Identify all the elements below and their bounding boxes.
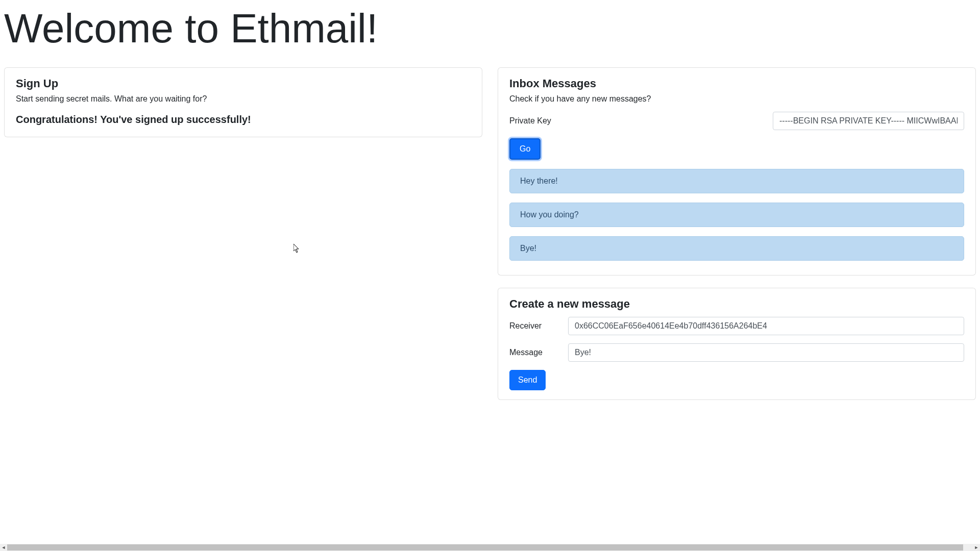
inbox-subtitle: Check if you have any new messages? <box>509 94 964 104</box>
list-item[interactable]: Hey there! <box>509 169 964 193</box>
compose-title: Create a new message <box>509 297 964 311</box>
right-column: Inbox Messages Check if you have any new… <box>498 67 976 412</box>
go-button[interactable]: Go <box>509 138 541 160</box>
signup-card: Sign Up Start sending secret mails. What… <box>4 67 482 137</box>
receiver-label: Receiver <box>509 321 568 331</box>
receiver-input[interactable] <box>568 317 964 335</box>
inbox-card: Inbox Messages Check if you have any new… <box>498 67 976 276</box>
message-label: Message <box>509 348 568 357</box>
compose-card: Create a new message Receiver Message Se… <box>498 288 976 400</box>
send-button[interactable]: Send <box>509 370 546 390</box>
message-input[interactable] <box>568 343 964 362</box>
receiver-row: Receiver <box>509 317 964 335</box>
private-key-row: Private Key <box>509 112 964 130</box>
signup-title: Sign Up <box>16 77 471 90</box>
left-column: Sign Up Start sending secret mails. What… <box>4 67 482 412</box>
private-key-label: Private Key <box>509 116 568 126</box>
private-key-input[interactable] <box>773 112 964 130</box>
list-item[interactable]: How you doing? <box>509 203 964 227</box>
signup-success-message: Congratulations! You've signed up succes… <box>16 114 471 126</box>
inbox-title: Inbox Messages <box>509 77 964 90</box>
list-item[interactable]: Bye! <box>509 236 964 261</box>
main-container: Sign Up Start sending secret mails. What… <box>0 67 980 412</box>
page-title: Welcome to Ethmail! <box>0 0 980 67</box>
messages-list: Hey there! How you doing? Bye! <box>509 169 964 261</box>
signup-subtitle: Start sending secret mails. What are you… <box>16 94 471 104</box>
message-row: Message <box>509 343 964 362</box>
